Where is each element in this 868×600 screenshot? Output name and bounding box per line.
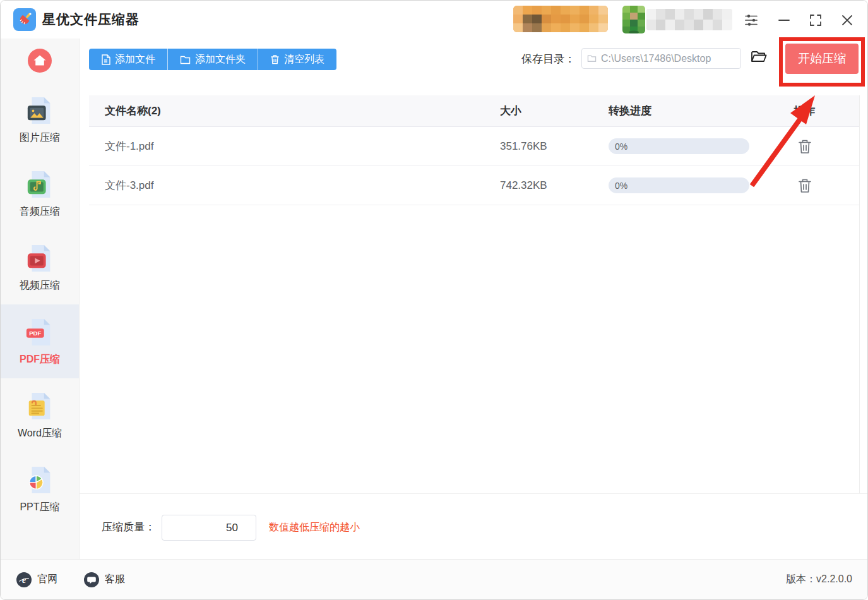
quality-label: 压缩质量： [102, 494, 155, 561]
sidebar-item-label: 视频压缩 [20, 279, 60, 292]
ppt-file-icon [25, 465, 55, 495]
sidebar-item-label: 音频压缩 [20, 205, 60, 219]
sidebar-item-ppt-compress[interactable]: PPT压缩 [1, 452, 79, 526]
sidebar-item-label: 图片压缩 [20, 131, 60, 145]
cell-size: 351.76KB [500, 140, 609, 153]
save-dir-input[interactable] [601, 53, 735, 64]
header-file-name: 文件名称(2) [89, 104, 500, 118]
quality-hint: 数值越低压缩的越小 [269, 494, 360, 561]
add-file-button[interactable]: 添加文件 [89, 49, 167, 70]
header-size: 大小 [500, 104, 609, 118]
quality-input[interactable] [162, 515, 256, 540]
app-window: 星优文件压缩器 [0, 0, 868, 600]
add-folder-label: 添加文件夹 [195, 53, 246, 66]
sidebar-item-label: Word压缩 [18, 427, 62, 440]
clear-list-label: 清空列表 [284, 53, 324, 66]
settings-button[interactable] [742, 11, 761, 30]
progress-bar: 0% [609, 138, 749, 154]
minimize-icon [777, 13, 791, 27]
delete-file-button[interactable] [797, 177, 812, 194]
sidebar: 图片压缩 音频压缩 视频压缩 PDF [1, 39, 80, 559]
table-row: 文件-3.pdf 742.32KB 0% [89, 166, 859, 205]
list-scroll-track [859, 95, 860, 493]
support-link[interactable]: 客服 [84, 572, 125, 587]
document-icon [101, 54, 110, 65]
main-content: 添加文件 添加文件夹 清空列表 保存目录： [80, 39, 867, 559]
close-icon [840, 13, 854, 27]
folder-small-icon [587, 54, 597, 63]
cell-file-name: 文件-1.pdf [89, 139, 500, 153]
chat-icon [84, 572, 99, 587]
sidebar-item-video-compress[interactable]: 视频压缩 [1, 231, 79, 304]
sidebar-item-home[interactable] [1, 39, 79, 83]
header-progress: 转换进度 [609, 104, 778, 118]
delete-file-button[interactable] [797, 138, 812, 155]
sidebar-item-image-compress[interactable]: 图片压缩 [1, 83, 79, 157]
file-table-body: 文件-1.pdf 351.76KB 0% [89, 127, 859, 205]
progress-text: 0% [615, 181, 627, 191]
footer: e 官网 客服 版本：v2.2.0.0 [1, 559, 867, 599]
trash-icon [797, 177, 812, 194]
toolbar-button-group: 添加文件 添加文件夹 清空列表 [89, 49, 336, 70]
quality-panel: 压缩质量： 数值越低压缩的越小 [80, 493, 867, 560]
official-site-label: 官网 [37, 573, 57, 586]
svg-text:e: e [22, 575, 26, 585]
open-folder-icon [750, 50, 768, 65]
audio-file-icon [25, 169, 55, 200]
cell-size: 742.32KB [500, 179, 609, 192]
progress-bar: 0% [609, 177, 749, 193]
close-button[interactable] [838, 11, 857, 30]
official-site-link[interactable]: e 官网 [16, 572, 57, 587]
home-icon [28, 49, 52, 73]
table-row: 文件-1.pdf 351.76KB 0% [89, 127, 859, 166]
support-label: 客服 [105, 573, 125, 586]
cell-file-name: 文件-3.pdf [89, 178, 500, 193]
sliders-icon [744, 13, 759, 28]
image-file-icon [25, 95, 55, 126]
start-compress-button[interactable]: 开始压缩 [785, 44, 859, 74]
censored-username[interactable] [646, 9, 732, 30]
browse-folder-button[interactable] [747, 46, 770, 69]
censored-avatar[interactable] [622, 6, 645, 33]
pdf-file-icon: PDF [25, 317, 55, 347]
file-table: 文件名称(2) 大小 转换进度 操作 文件-1.pdf 351.76KB 0% [89, 95, 859, 205]
maximize-button[interactable] [806, 11, 825, 30]
browser-icon: e [16, 572, 32, 587]
fullscreen-icon [809, 13, 823, 27]
trash-icon [270, 54, 280, 64]
save-dir-input-wrap [581, 48, 741, 69]
version-text: 版本：v2.2.0.0 [786, 573, 852, 586]
sidebar-item-word-compress[interactable]: Word压缩 [1, 378, 79, 452]
add-folder-button[interactable]: 添加文件夹 [167, 49, 258, 70]
clear-list-button[interactable]: 清空列表 [258, 49, 336, 70]
file-table-header: 文件名称(2) 大小 转换进度 操作 [89, 95, 859, 127]
sidebar-item-label: PPT压缩 [20, 501, 59, 514]
sidebar-item-pdf-compress[interactable]: PDF PDF压缩 [1, 304, 79, 378]
app-logo-icon [13, 8, 36, 31]
titlebar: 星优文件压缩器 [1, 1, 867, 39]
word-file-icon [25, 391, 55, 421]
header-action: 操作 [764, 104, 845, 118]
quality-stepper [162, 515, 256, 541]
video-file-icon [25, 243, 55, 273]
censored-account-badge[interactable] [513, 6, 608, 32]
svg-text:PDF: PDF [29, 330, 41, 337]
minimize-button[interactable] [775, 11, 794, 30]
progress-text: 0% [615, 141, 627, 152]
folder-icon [180, 55, 191, 64]
app-title: 星优文件压缩器 [42, 1, 140, 39]
sidebar-item-audio-compress[interactable]: 音频压缩 [1, 157, 79, 231]
trash-icon [797, 138, 812, 155]
save-dir-label: 保存目录： [521, 39, 575, 80]
sidebar-item-label: PDF压缩 [20, 353, 60, 366]
add-file-label: 添加文件 [115, 53, 155, 66]
